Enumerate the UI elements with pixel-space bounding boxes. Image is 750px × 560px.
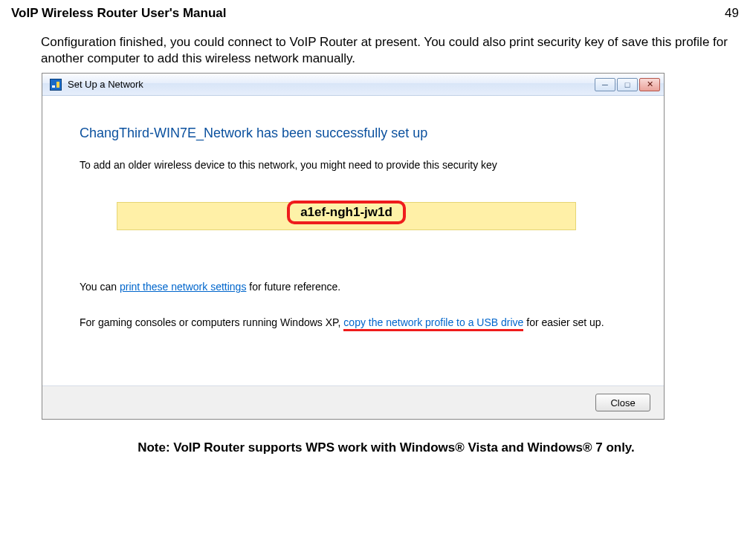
footer-note: Note: VoIP Router supports WPS work with… <box>0 420 750 455</box>
print-line: You can print these network settings for… <box>80 281 627 293</box>
print-settings-link[interactable]: print these network settings <box>120 281 246 293</box>
titlebar: Set Up a Network ─ □ ✕ <box>42 74 664 96</box>
svg-rect-0 <box>52 85 55 88</box>
dialog-window: Set Up a Network ─ □ ✕ ChangThird-WIN7E_… <box>42 73 665 420</box>
manual-title: VoIP Wireless Router User's Manual <box>11 6 227 21</box>
security-key-strip: a1ef-ngh1-jw1d <box>117 202 576 230</box>
network-setup-icon <box>50 79 62 91</box>
maximize-button[interactable]: □ <box>617 78 638 91</box>
svg-rect-1 <box>56 82 59 88</box>
page-header: VoIP Wireless Router User's Manual 49 <box>0 0 750 21</box>
close-window-button[interactable]: ✕ <box>639 78 660 91</box>
security-key: a1ef-ngh1-jw1d <box>287 201 406 224</box>
dialog-body: ChangThird-WIN7E_Network has been succes… <box>42 96 664 386</box>
xp-line: For gaming consoles or computers running… <box>80 315 627 330</box>
window-title: Set Up a Network <box>68 79 593 90</box>
close-button[interactable]: Close <box>595 394 650 411</box>
xp-prefix: For gaming consoles or computers running… <box>80 316 343 328</box>
security-subtext: To add an older wireless device to this … <box>80 159 627 171</box>
page-number: 49 <box>725 6 739 21</box>
minimize-button[interactable]: ─ <box>595 78 615 91</box>
xp-suffix: for easier set up. <box>523 316 604 328</box>
dialog-footer: Close <box>42 386 664 419</box>
copy-usb-link[interactable]: copy the network profile to a USB drive <box>343 316 523 331</box>
dialog-heading: ChangThird-WIN7E_Network has been succes… <box>80 126 627 141</box>
print-prefix: You can <box>80 281 120 293</box>
print-suffix: for future reference. <box>246 281 340 293</box>
intro-paragraph: Configuration finished, you could connec… <box>0 21 750 67</box>
